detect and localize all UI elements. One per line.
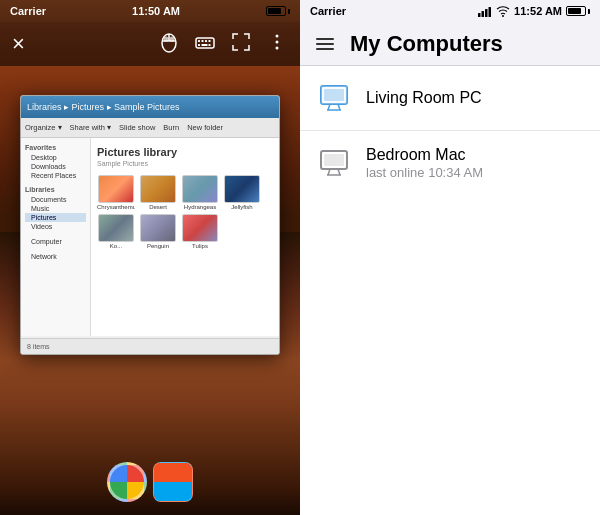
thumb-img (182, 175, 218, 203)
svg-rect-8 (205, 40, 207, 42)
win-breadcrumb: Libraries ▸ Pictures ▸ Sample Pictures (27, 102, 180, 112)
win-main: Pictures library Sample Pictures Chrysan… (91, 138, 279, 336)
left-status-bar: Carrier 11:50 AM (0, 0, 300, 22)
win-organize: Organize ▾ (25, 123, 62, 132)
svg-rect-18 (485, 9, 488, 17)
right-carrier: Carrier (310, 5, 346, 17)
svg-rect-19 (489, 7, 492, 17)
svg-rect-5 (196, 38, 214, 48)
sidebar-music: Music (25, 204, 86, 213)
right-battery-fill (568, 8, 581, 14)
svg-point-4 (170, 36, 175, 41)
fullscreen-icon[interactable] (230, 31, 252, 58)
signal-icon (478, 6, 492, 17)
living-room-name: Living Room PC (366, 89, 482, 107)
svg-rect-12 (209, 44, 211, 46)
windows-icon[interactable] (153, 462, 193, 502)
sidebar-downloads: Downloads (25, 162, 86, 171)
thumb-tulips: Tulips (181, 214, 219, 249)
thumb-img (224, 175, 260, 203)
svg-rect-11 (202, 44, 208, 46)
sidebar-network: Network (25, 252, 86, 261)
monitor-svg-living-room (318, 82, 350, 114)
sidebar-documents: Documents (25, 195, 86, 204)
computers-list: Living Room PC Bedroom Mac last online 1… (300, 66, 600, 515)
list-item-living-room[interactable]: Living Room PC (300, 66, 600, 131)
monitor-svg-bedroom (318, 147, 350, 179)
thumb-jellyfish: Jellyfish (223, 175, 261, 210)
bedroom-status: last online 10:34 AM (366, 165, 483, 180)
chrome-icon[interactable] (107, 462, 147, 502)
win-status-bar: 8 items (21, 338, 279, 354)
libraries-title: Libraries (25, 186, 86, 193)
sidebar-network-item: Network (25, 252, 86, 261)
thumb-label: Jellyfish (231, 204, 252, 210)
hamburger-line-1 (316, 38, 334, 40)
thumb-img (140, 175, 176, 203)
sidebar-desktop: Desktop (25, 153, 86, 162)
computer-icon-bedroom (316, 145, 352, 181)
sidebar-recent: Recent Places (25, 171, 86, 180)
folder-sub: Sample Pictures (97, 160, 273, 167)
thumb-label: Ko... (110, 243, 122, 249)
right-battery-icon (566, 6, 586, 16)
living-room-info: Living Room PC (366, 89, 482, 107)
battery (266, 6, 290, 16)
win-slideshow: Slide show (119, 123, 155, 132)
battery-fill (268, 8, 281, 14)
thumb-label: Hydrangeas (184, 204, 216, 210)
svg-point-15 (276, 46, 279, 49)
svg-rect-10 (198, 44, 200, 46)
thumb-chrysanthemum: Chrysanthemum (97, 175, 135, 210)
svg-point-20 (502, 15, 504, 17)
sidebar-computer-item: Computer (25, 237, 86, 246)
toolbar-icons (158, 31, 288, 58)
favorites-title: Favorites (25, 144, 86, 151)
win-newfolder: New folder (187, 123, 223, 132)
thumb-img (98, 175, 134, 203)
thumb-penguin: Penguin (139, 214, 177, 249)
win-burn: Burn (163, 123, 179, 132)
svg-rect-6 (198, 40, 200, 42)
sidebar-videos: Videos (25, 222, 86, 231)
left-toolbar: × (0, 22, 300, 66)
menu-button[interactable] (316, 38, 334, 50)
thumb-label: Penguin (147, 243, 169, 249)
page-title: My Computers (350, 31, 503, 57)
sidebar-libraries: Libraries Documents Music Pictures Video… (25, 186, 86, 231)
svg-rect-31 (324, 154, 344, 166)
sidebar-favorites: Favorites Desktop Downloads Recent Place… (25, 144, 86, 180)
hamburger-line-3 (316, 48, 334, 50)
right-nav-bar: My Computers (300, 22, 600, 66)
left-time: 11:50 AM (132, 5, 180, 17)
windows-screenshot: Libraries ▸ Pictures ▸ Sample Pictures O… (20, 95, 280, 355)
keyboard-icon[interactable] (194, 31, 216, 58)
thumb-koala: Ko... (97, 214, 135, 249)
wifi-icon (496, 5, 510, 17)
svg-point-3 (164, 36, 169, 41)
close-button[interactable]: × (12, 33, 25, 55)
mouse-icon[interactable] (158, 31, 180, 58)
win-body: Favorites Desktop Downloads Recent Place… (21, 138, 279, 336)
computer-icon-living-room (316, 80, 352, 116)
right-time: 11:52 AM (514, 5, 562, 17)
thumb-desert: Desert (139, 175, 177, 210)
sidebar-computer: Computer (25, 237, 86, 246)
win-title-bar: Libraries ▸ Pictures ▸ Sample Pictures (21, 96, 279, 118)
hamburger-line-2 (316, 43, 334, 45)
list-item-bedroom[interactable]: Bedroom Mac last online 10:34 AM (300, 131, 600, 195)
thumb-img (182, 214, 218, 242)
right-status-icons: 11:52 AM (478, 5, 590, 17)
bedroom-name: Bedroom Mac (366, 146, 483, 164)
battery-icon (266, 6, 286, 16)
thumb-label: Desert (149, 204, 167, 210)
thumb-label: Chrysanthemum (97, 204, 135, 210)
thumb-img (98, 214, 134, 242)
sidebar-pictures: Pictures (25, 213, 86, 222)
win-share: Share with ▾ (70, 123, 112, 132)
win-toolbar: Organize ▾ Share with ▾ Slide show Burn … (21, 118, 279, 138)
thumb-label: Tulips (192, 243, 208, 249)
svg-point-13 (276, 34, 279, 37)
win-sidebar: Favorites Desktop Downloads Recent Place… (21, 138, 91, 336)
more-icon[interactable] (266, 31, 288, 58)
